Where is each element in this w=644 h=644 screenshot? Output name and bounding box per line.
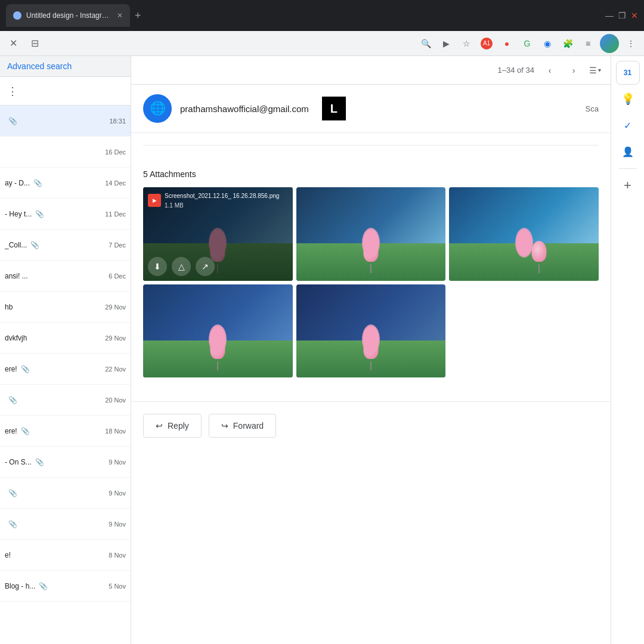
extensions-icon1[interactable]: A1: [478, 35, 495, 52]
attachment-icon: 📎: [35, 210, 44, 218]
extensions-icon2[interactable]: ●: [499, 35, 515, 52]
window-maximize-icon[interactable]: ❐: [618, 11, 626, 20]
email-item[interactable]: 📎 20 Nov: [0, 385, 131, 416]
email-item[interactable]: _Coll... 📎 7 Dec: [0, 230, 131, 261]
add-app-button[interactable]: +: [616, 174, 640, 197]
download-action-button[interactable]: ⬇: [148, 257, 167, 276]
email-list: 📎 18:31 16 Dec ay - D... 📎 14 Dec - Hey …: [0, 106, 131, 644]
active-tab[interactable]: Untitled design - Instagram Post ✕: [6, 4, 130, 27]
extensions-puzzle-icon[interactable]: 🧩: [559, 35, 576, 52]
email-item[interactable]: ere! 📎 22 Nov: [0, 354, 131, 385]
email-date: 16 Dec: [105, 148, 126, 156]
forward-button[interactable]: ↪ Forward: [209, 414, 276, 438]
reply-button[interactable]: ↩ Reply: [143, 414, 202, 438]
search-icon[interactable]: 🔍: [417, 35, 434, 52]
email-date: 29 Nov: [105, 335, 126, 342]
email-date: 14 Dec: [105, 179, 126, 187]
attachment-card-4[interactable]: [143, 284, 293, 378]
send-tab-icon[interactable]: ▶: [438, 35, 454, 52]
balloon-string-graphic-5: [370, 361, 371, 370]
sender-info: 🌐 prathamshawofficial@gmail.com L Sca: [131, 85, 611, 133]
apps-divider: [619, 168, 637, 169]
badge-label: ▶: [153, 198, 156, 203]
advanced-search-link[interactable]: Advanced search: [7, 61, 72, 71]
email-date: 9 Nov: [109, 490, 126, 497]
email-item[interactable]: dvkfvjh 29 Nov: [0, 323, 131, 354]
email-item[interactable]: - On S... 📎 9 Nov: [0, 447, 131, 478]
tasks-icon: ✓: [624, 120, 631, 131]
right-apps-panel: 31 💡 ✓ 👤 +: [611, 56, 644, 644]
extensions-menu-icon[interactable]: ≡: [580, 35, 596, 52]
window-close-icon[interactable]: ✕: [631, 11, 638, 20]
profile-button[interactable]: [600, 34, 619, 53]
extensions-icon4[interactable]: ◉: [539, 35, 556, 52]
email-sender: _Coll...: [5, 241, 27, 249]
email-actions: ↩ Reply ↪ Forward: [131, 401, 611, 450]
tab-bar: Untitled design - Instagram Post ✕ +: [6, 0, 602, 31]
filter-icon[interactable]: ⊟: [26, 35, 43, 52]
attachment-overlay: ▶ Screenshot_2021.12.16_ 16.26.28.856.pn…: [143, 187, 293, 281]
balloon-graphic-2: [363, 241, 378, 262]
email-item[interactable]: e! 8 Nov: [0, 540, 131, 571]
keep-app-button[interactable]: 💡: [616, 87, 640, 111]
email-sender: ay - D...: [5, 179, 30, 187]
new-tab-button[interactable]: +: [130, 10, 146, 22]
attachment-card-2[interactable]: [296, 187, 446, 281]
balloon-string-graphic-4: [217, 361, 218, 370]
email-date: 18 Nov: [105, 428, 126, 435]
email-item[interactable]: ansi! ... 6 Dec: [0, 261, 131, 292]
forward-label: Forward: [233, 421, 264, 431]
email-date: 8 Nov: [109, 552, 126, 559]
tasks-app-button[interactable]: ✓: [616, 113, 640, 137]
prev-email-button[interactable]: ‹: [541, 62, 558, 79]
attachment-card-3[interactable]: [449, 187, 599, 281]
email-item[interactable]: 16 Dec: [0, 137, 131, 168]
forward-icon: ↪: [221, 421, 228, 431]
attachment-icon: 📎: [8, 396, 17, 404]
view-options-button[interactable]: ☰ ▾: [589, 66, 601, 75]
attachment-thumbnail-2: [296, 187, 446, 281]
email-item[interactable]: ere! 📎 18 Nov: [0, 416, 131, 447]
contacts-app-button[interactable]: 👤: [616, 140, 640, 163]
balloon-graphic-3: [531, 241, 546, 262]
more-options-icon[interactable]: ⋮: [7, 85, 18, 98]
email-date: 20 Nov: [105, 397, 126, 404]
extensions-icon3[interactable]: G: [519, 35, 535, 52]
email-sender: ansi! ...: [5, 272, 28, 280]
calendar-app-button[interactable]: 31: [616, 61, 640, 85]
email-date: 11 Dec: [105, 210, 126, 218]
browser-controls: — ❐ ✕: [605, 11, 638, 20]
keep-icon: 💡: [621, 92, 634, 106]
email-item[interactable]: hb 29 Nov: [0, 292, 131, 323]
email-item[interactable]: Blog - h... 📎 5 Nov: [0, 571, 131, 602]
chrome-more-icon[interactable]: ⋮: [623, 35, 639, 52]
bookmark-icon[interactable]: ☆: [458, 35, 475, 52]
attachment-card-1[interactable]: ▶ Screenshot_2021.12.16_ 16.26.28.856.pn…: [143, 187, 293, 281]
next-email-button[interactable]: ›: [565, 62, 582, 79]
email-date: 5 Nov: [109, 583, 126, 590]
email-sender: Blog - h...: [5, 582, 35, 590]
email-item[interactable]: - Hey t... 📎 11 Dec: [0, 199, 131, 230]
email-item[interactable]: ay - D... 📎 14 Dec: [0, 168, 131, 199]
email-item[interactable]: 📎 9 Nov: [0, 509, 131, 540]
attachments-section: 5 Attachments ▶ S: [131, 157, 611, 389]
tab-favicon: [13, 11, 21, 20]
email-date: 9 Nov: [109, 459, 126, 466]
email-date: 7 Dec: [109, 242, 126, 249]
tab-close-icon[interactable]: ✕: [117, 11, 123, 20]
close-search-button[interactable]: ✕: [5, 35, 21, 52]
email-sender: dvkfvjh: [5, 334, 27, 342]
email-item[interactable]: 📎 18:31: [0, 106, 131, 137]
email-view: 1–34 of 34 ‹ › ☰ ▾ 🌐 prathamshawofficial…: [131, 56, 611, 644]
toolbar-icons: 🔍 ▶ ☆ A1 ● G ◉ 🧩 ≡ ⋮: [417, 34, 639, 53]
email-item[interactable]: 📎 9 Nov: [0, 478, 131, 509]
address-bar-row: ✕ ⊟ 🔍 ▶ ☆ A1 ● G ◉ 🧩 ≡ ⋮: [0, 31, 644, 56]
email-date: 9 Nov: [109, 521, 126, 528]
share-action-button[interactable]: ↗: [196, 257, 215, 276]
window-minimize-icon[interactable]: —: [605, 11, 614, 20]
attachment-card-5[interactable]: [296, 284, 446, 378]
email-date: 22 Nov: [105, 366, 126, 373]
attachment-icon: 📎: [39, 582, 48, 590]
save-to-drive-button[interactable]: △: [172, 257, 191, 276]
search-panel: Advanced search: [0, 56, 131, 77]
